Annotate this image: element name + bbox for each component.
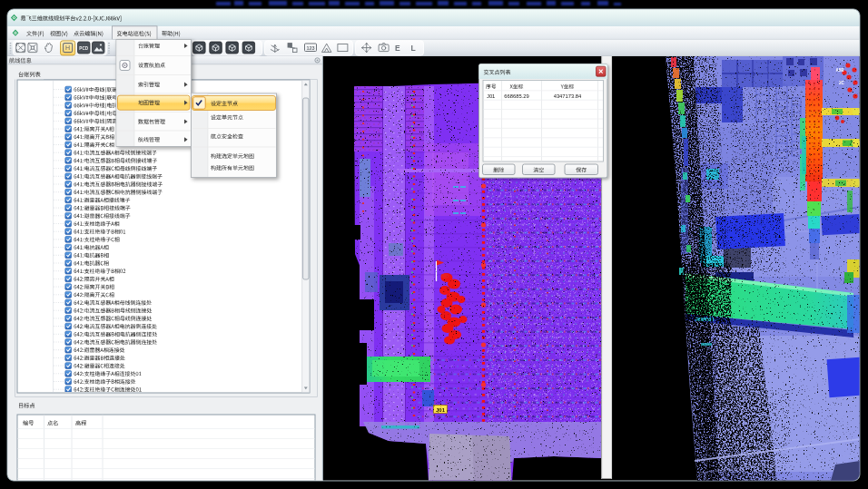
svg-text:4347173.84: 4347173.84: [554, 93, 582, 99]
svg-text:PCD: PCD: [79, 46, 88, 51]
svg-text:J01: J01: [487, 93, 495, 99]
svg-text:123: 123: [306, 45, 314, 51]
svg-text:H: H: [65, 44, 70, 51]
svg-text:E: E: [395, 44, 400, 53]
svg-text:668685.29: 668685.29: [504, 93, 528, 99]
svg-text:L: L: [410, 44, 415, 53]
